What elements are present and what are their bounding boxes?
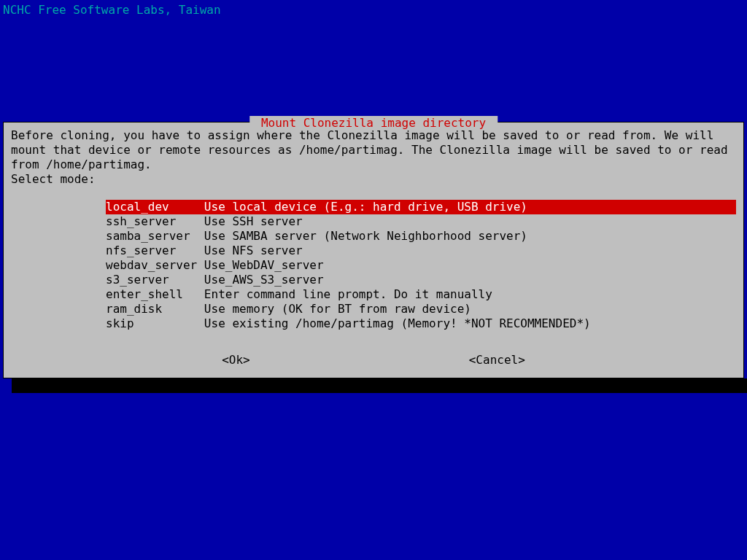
- menu-item-ssh_server[interactable]: ssh_server Use SSH server: [106, 214, 736, 229]
- menu-item-samba_server[interactable]: samba_server Use SAMBA server (Network N…: [106, 229, 736, 244]
- dialog-body: Before cloning, you have to assign where…: [11, 128, 736, 187]
- dialog-title: Mount Clonezilla image directory: [249, 116, 498, 131]
- dialog-shadow: [12, 378, 747, 393]
- dialog-wrapper: Mount Clonezilla image directory Before …: [3, 122, 744, 378]
- menu-item-local_dev[interactable]: local_dev Use local device (E.g.: hard d…: [106, 200, 736, 214]
- menu-item-webdav_server[interactable]: webdav_server Use_WebDAV_server: [106, 258, 736, 273]
- menu-item-ram_disk[interactable]: ram_disk Use memory (OK for BT from raw …: [106, 302, 736, 316]
- menu-item-s3_server[interactable]: s3_server Use_AWS_S3_server: [106, 273, 736, 287]
- header-text: NCHC Free Software Labs, Taiwan: [3, 3, 221, 18]
- menu-item-enter_shell[interactable]: enter_shell Enter command line prompt. D…: [106, 287, 736, 302]
- cancel-button[interactable]: <Cancel>: [469, 353, 525, 368]
- mode-menu[interactable]: local_dev Use local device (E.g.: hard d…: [106, 200, 736, 331]
- ok-button[interactable]: <Ok>: [222, 353, 250, 368]
- dialog-buttons: <Ok> <Cancel>: [11, 353, 736, 368]
- menu-item-nfs_server[interactable]: nfs_server Use NFS server: [106, 244, 736, 258]
- menu-item-skip[interactable]: skip Use existing /home/partimag (Memory…: [106, 316, 736, 331]
- mount-dialog: Mount Clonezilla image directory Before …: [3, 122, 744, 378]
- screen: NCHC Free Software Labs, Taiwan Mount Cl…: [0, 0, 747, 560]
